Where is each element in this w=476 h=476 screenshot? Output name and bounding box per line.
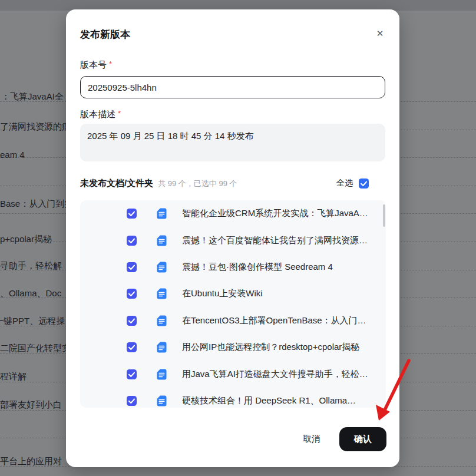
dialog-title: 发布新版本 <box>80 28 130 41</box>
version-input[interactable] <box>80 76 385 98</box>
doc-checkbox[interactable] <box>127 236 137 246</box>
list-item[interactable]: 在TencentOS3上部署OpenTenBase：从入门… <box>80 308 386 334</box>
select-all-label: 全选 <box>336 178 353 189</box>
list-item[interactable]: 震撼！这个百度智能体让我告别了满网找资源… <box>80 227 386 253</box>
doc-checkbox[interactable] <box>127 369 137 379</box>
document-icon <box>157 369 167 380</box>
dialog-footer: 取消 确认 <box>300 427 386 451</box>
document-icon <box>157 262 167 273</box>
doc-title: 用Java飞算AI打造磁盘大文件搜寻助手，轻松… <box>182 369 368 380</box>
required-asterisk: * <box>118 109 121 118</box>
doc-title: 震撼！豆包·图像创作模型 Seedream 4 <box>182 262 333 273</box>
doc-title: 硬核技术组合！用 DeepSeek R1、Ollama… <box>182 395 356 406</box>
doc-checkbox[interactable] <box>127 209 137 219</box>
unpublished-docs-header: 未发布文档/文件夹共 99 个，已选中 99 个 全选 <box>80 178 385 190</box>
document-icon <box>157 208 167 219</box>
publish-version-dialog: 发布新版本 ✕ 版本号* 版本描述* 2025 年 09 月 25 日 18 时… <box>66 9 399 467</box>
doc-checkbox[interactable] <box>127 289 137 299</box>
document-icon <box>157 395 167 406</box>
document-icon <box>157 288 167 299</box>
doc-title: 智能化企业级CRM系统开发实战：飞算JavaA… <box>182 208 368 219</box>
version-label: 版本号* <box>80 60 112 71</box>
select-all-group: 全选 <box>336 178 369 189</box>
description-textarea[interactable]: 2025 年 09 月 25 日 18 时 45 分 14 秒发布 <box>80 124 385 161</box>
description-label: 版本描述* <box>80 109 121 120</box>
confirm-button[interactable]: 确认 <box>339 427 386 451</box>
list-item[interactable]: 智能化企业级CRM系统开发实战：飞算JavaA… <box>80 200 386 227</box>
document-icon <box>157 315 167 326</box>
cancel-button[interactable]: 取消 <box>300 429 323 449</box>
unpublished-doc-list: 智能化企业级CRM系统开发实战：飞算JavaA… 震撼！这个百度智能体让我告别了… <box>80 200 386 408</box>
list-item[interactable]: 硬核技术组合！用 DeepSeek R1、Ollama… <box>80 388 386 408</box>
list-scrollbar[interactable] <box>383 204 385 227</box>
doc-title: 在Ubuntu上安装Wiki <box>182 288 263 299</box>
doc-title: 在TencentOS3上部署OpenTenBase：从入门… <box>182 315 366 326</box>
doc-checkbox[interactable] <box>127 396 137 406</box>
list-item[interactable]: 用公网IP也能远程控制？rdesktop+cpolar揭秘 <box>80 334 386 361</box>
doc-checkbox[interactable] <box>127 316 137 326</box>
doc-title: 震撼！这个百度智能体让我告别了满网找资源… <box>182 235 368 246</box>
close-icon[interactable]: ✕ <box>373 27 386 40</box>
required-asterisk: * <box>109 60 112 68</box>
list-item[interactable]: 用Java飞算AI打造磁盘大文件搜寻助手，轻松… <box>80 361 386 387</box>
screen: ：飞算JavaAI全了满网找资源的痛eam 4Base：从入门到实p+cpola… <box>0 0 476 476</box>
doc-checkbox[interactable] <box>127 342 137 352</box>
list-item[interactable]: 震撼！豆包·图像创作模型 Seedream 4 <box>80 254 386 280</box>
section-count: 共 99 个，已选中 99 个 <box>158 179 237 188</box>
doc-title: 用公网IP也能远程控制？rdesktop+cpolar揭秘 <box>182 342 359 353</box>
section-title: 未发布文档/文件夹 <box>80 178 153 188</box>
list-item[interactable]: 在Ubuntu上安装Wiki <box>80 280 386 307</box>
doc-checkbox[interactable] <box>127 262 137 272</box>
select-all-checkbox[interactable] <box>359 178 369 189</box>
document-icon <box>157 342 167 353</box>
document-icon <box>157 235 167 246</box>
